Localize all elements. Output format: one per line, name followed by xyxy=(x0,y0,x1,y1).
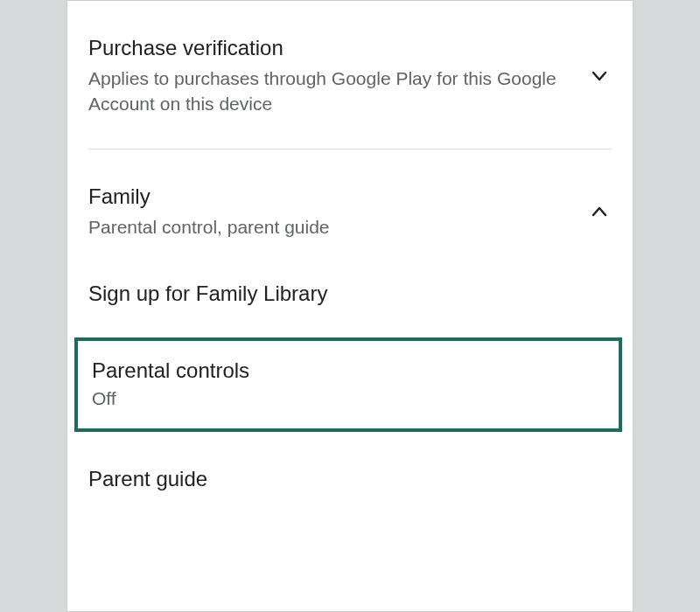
purchase-verification-title: Purchase verification xyxy=(88,36,573,60)
parent-guide-title: Parent guide xyxy=(88,467,612,491)
purchase-verification-subtitle: Applies to purchases through Google Play… xyxy=(88,66,573,117)
parental-controls-status: Off xyxy=(92,388,605,409)
settings-panel: Purchase verification Applies to purchas… xyxy=(66,0,634,612)
parental-controls-title: Parental controls xyxy=(92,358,605,383)
family-title: Family xyxy=(88,184,573,209)
signup-family-library-item[interactable]: Sign up for Family Library xyxy=(67,240,633,337)
chevron-up-icon xyxy=(587,199,612,224)
signup-family-library-title: Sign up for Family Library xyxy=(88,282,612,306)
family-subtitle: Parental control, parent guide xyxy=(88,214,573,240)
purchase-verification-section[interactable]: Purchase verification Applies to purchas… xyxy=(67,1,633,149)
parental-controls-item[interactable]: Parental controls Off xyxy=(74,337,622,432)
parent-guide-item[interactable]: Parent guide xyxy=(67,432,633,519)
family-section[interactable]: Family Parental control, parent guide xyxy=(67,150,633,240)
chevron-down-icon xyxy=(587,64,612,88)
